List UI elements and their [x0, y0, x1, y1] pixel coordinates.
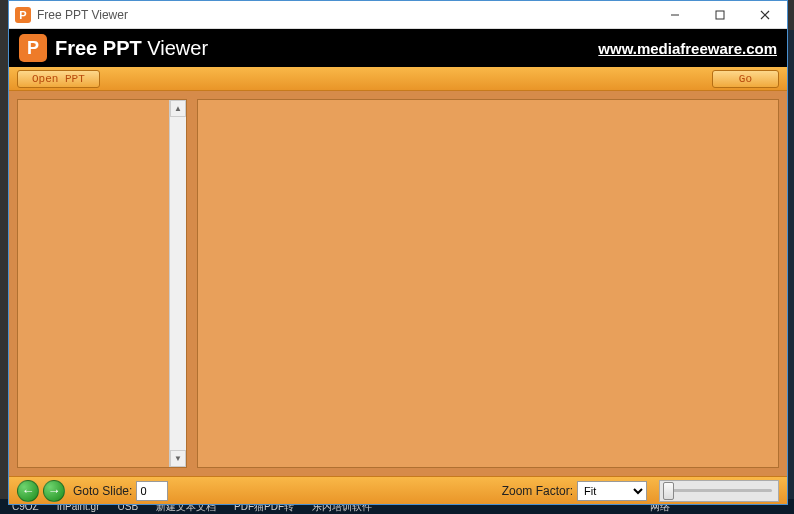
app-icon: P — [15, 7, 31, 23]
close-button[interactable] — [742, 1, 787, 28]
arrow-right-icon: → — [48, 483, 61, 498]
toolbar: Open PPT Go — [9, 67, 787, 91]
scroll-up-button[interactable]: ▲ — [170, 100, 186, 117]
website-link[interactable]: www.mediafreeware.com — [598, 40, 777, 57]
next-slide-button[interactable]: → — [43, 480, 65, 502]
minimize-button[interactable] — [652, 1, 697, 28]
titlebar[interactable]: P Free PPT Viewer — [9, 1, 787, 29]
maximize-icon — [715, 10, 725, 20]
chevron-up-icon: ▲ — [174, 104, 182, 113]
sidebar-scrollbar[interactable]: ▲ ▼ — [169, 100, 186, 467]
go-button[interactable]: Go — [712, 70, 779, 88]
zoom-slider[interactable] — [659, 480, 779, 502]
goto-slide-label: Goto Slide: — [73, 484, 132, 498]
close-icon — [760, 10, 770, 20]
zoom-factor-label: Zoom Factor: — [502, 484, 573, 498]
chevron-down-icon: ▼ — [174, 454, 182, 463]
minimize-icon — [670, 10, 680, 20]
app-header: P Free PPT Viewer www.mediafreeware.com — [9, 29, 787, 67]
zoom-slider-track — [666, 489, 772, 492]
goto-slide-input[interactable] — [136, 481, 168, 501]
scrollbar-track[interactable] — [170, 117, 186, 450]
statusbar: ← → Goto Slide: Zoom Factor: Fit — [9, 476, 787, 504]
scroll-down-button[interactable]: ▼ — [170, 450, 186, 467]
arrow-left-icon: ← — [22, 483, 35, 498]
thumbnail-panel[interactable]: ▲ ▼ — [17, 99, 187, 468]
open-ppt-button[interactable]: Open PPT — [17, 70, 100, 88]
zoom-slider-thumb[interactable] — [663, 482, 674, 500]
header-logo-icon: P — [19, 34, 47, 62]
content-area: ▲ ▼ — [9, 91, 787, 476]
app-window: P Free PPT Viewer P Free PPT Viewer www.… — [8, 0, 788, 505]
zoom-factor-select[interactable]: Fit — [577, 481, 647, 501]
window-title: Free PPT Viewer — [37, 8, 652, 22]
previous-slide-button[interactable]: ← — [17, 480, 39, 502]
maximize-button[interactable] — [697, 1, 742, 28]
svg-rect-1 — [716, 11, 724, 19]
slide-viewer[interactable] — [197, 99, 779, 468]
header-title: Free PPT Viewer — [55, 37, 208, 60]
